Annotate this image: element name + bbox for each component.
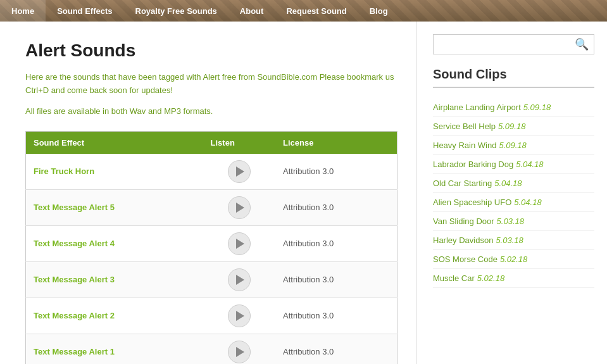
clip-date: 5.02.18 (477, 273, 504, 283)
clip-item: Harley Davidson 5.03.18 (433, 231, 594, 250)
sound-name-link[interactable]: Text Message Alert 1 (34, 347, 115, 356)
clip-item: Airplane Landing Airport 5.09.18 (433, 98, 594, 117)
clip-date: 5.03.18 (496, 235, 523, 245)
play-button[interactable] (228, 232, 251, 255)
sidebar-title: Sound Clips (433, 67, 594, 88)
clip-item: Service Bell Help 5.09.18 (433, 117, 594, 136)
nav-item-about[interactable]: About (228, 0, 275, 22)
nav-item-royalty-free-sounds[interactable]: Royalty Free Sounds (124, 0, 228, 22)
license-text: Attribution 3.0 (275, 154, 397, 190)
clip-name-link[interactable]: SOS Morse Code (433, 254, 497, 264)
table-row: Text Message Alert 4Attribution 3.0 (26, 225, 397, 261)
clip-date: 5.04.18 (494, 179, 522, 188)
clip-name-link[interactable]: Alien Spaceship UFO (433, 198, 511, 207)
clip-name-link[interactable]: Muscle Car (433, 273, 475, 283)
license-text: Attribution 3.0 (275, 225, 397, 261)
formats-text: All files are available in both Wav and … (25, 106, 397, 116)
clip-item: SOS Morse Code 5.02.18 (433, 250, 594, 269)
table-row: Text Message Alert 2Attribution 3.0 (26, 298, 397, 334)
clip-name-link[interactable]: Harley Davidson (433, 235, 493, 245)
main-nav: HomeSound EffectsRoyalty Free SoundsAbou… (0, 0, 607, 22)
page-title: Alert Sounds (25, 41, 397, 61)
sound-name-link[interactable]: Text Message Alert 3 (34, 275, 115, 284)
col-sound-effect: Sound Effect (26, 131, 203, 154)
play-button[interactable] (228, 160, 251, 183)
clip-item: Labrador Barking Dog 5.04.18 (433, 155, 594, 174)
clip-date: 5.04.18 (516, 160, 543, 169)
table-row: Text Message Alert 1Attribution 3.0 (26, 334, 397, 364)
search-box: 🔍 (433, 34, 594, 54)
intro-text: Here are the sounds that have been tagge… (25, 71, 397, 97)
clip-date: 5.09.18 (498, 122, 525, 131)
clips-list: Airplane Landing Airport 5.09.18Service … (433, 98, 594, 288)
clip-item: Muscle Car 5.02.18 (433, 269, 594, 288)
license-text: Attribution 3.0 (275, 298, 397, 334)
clip-date: 5.09.18 (499, 141, 526, 150)
clip-name-link[interactable]: Van Sliding Door (433, 217, 494, 226)
play-button[interactable] (228, 304, 251, 327)
nav-item-sound-effects[interactable]: Sound Effects (46, 0, 123, 22)
sound-name-link[interactable]: Text Message Alert 4 (34, 239, 115, 248)
clip-item: Heavy Rain Wind 5.09.18 (433, 136, 594, 155)
license-text: Attribution 3.0 (275, 334, 397, 364)
clip-name-link[interactable]: Old Car Starting (433, 179, 492, 188)
sound-name-link[interactable]: Text Message Alert 5 (34, 203, 115, 212)
nav-item-home[interactable]: Home (0, 0, 46, 22)
nav-item-request-sound[interactable]: Request Sound (275, 0, 358, 22)
play-button[interactable] (228, 268, 251, 291)
clip-item: Old Car Starting 5.04.18 (433, 174, 594, 193)
search-button[interactable]: 🔍 (570, 35, 594, 54)
sound-name-link[interactable]: Text Message Alert 2 (34, 311, 115, 320)
play-button[interactable] (228, 341, 251, 363)
clip-name-link[interactable]: Service Bell Help (433, 122, 496, 131)
clip-item: Van Sliding Door 5.03.18 (433, 212, 594, 231)
sound-name-link[interactable]: Fire Truck Horn (34, 166, 94, 176)
search-input[interactable] (434, 36, 570, 53)
license-text: Attribution 3.0 (275, 189, 397, 225)
clip-date: 5.02.18 (500, 254, 527, 264)
sounds-table: Sound Effect Listen License Fire Truck H… (25, 131, 397, 364)
clip-name-link[interactable]: Airplane Landing Airport (433, 103, 521, 112)
col-license: License (275, 131, 397, 154)
col-listen: Listen (203, 131, 275, 154)
clip-name-link[interactable]: Labrador Barking Dog (433, 160, 513, 169)
clip-name-link[interactable]: Heavy Rain Wind (433, 141, 496, 150)
play-button[interactable] (228, 196, 251, 219)
license-text: Attribution 3.0 (275, 261, 397, 298)
clip-date: 5.03.18 (497, 217, 524, 226)
table-row: Text Message Alert 5Attribution 3.0 (26, 189, 397, 225)
nav-item-blog[interactable]: Blog (358, 0, 399, 22)
clip-date: 5.09.18 (523, 103, 551, 112)
table-row: Fire Truck HornAttribution 3.0 (26, 154, 397, 190)
table-row: Text Message Alert 3Attribution 3.0 (26, 261, 397, 298)
clip-item: Alien Spaceship UFO 5.04.18 (433, 193, 594, 212)
clip-date: 5.04.18 (514, 198, 541, 207)
